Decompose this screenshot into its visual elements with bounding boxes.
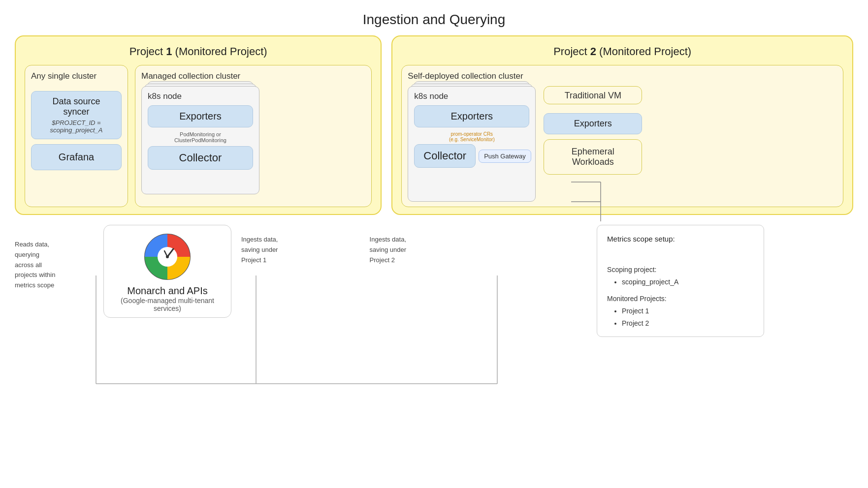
sd-k8s-title: k8s node <box>414 92 529 101</box>
project-2-box: Project 2 (Monitored Project) Self-deplo… <box>391 35 853 215</box>
managed-cluster-box: Managed collection cluster k8s node Expo… <box>135 65 372 207</box>
bottom-section: Reads data,queryingacross allprojects wi… <box>15 225 853 337</box>
managed-exporters-box: Exporters <box>148 105 253 127</box>
self-deployed-k8s-area: k8s node Exporters prom-operator CRs(e.g… <box>408 86 536 202</box>
traditional-vm-title: Traditional VM <box>544 86 642 104</box>
self-deployed-cluster-box: Self-deployed collection cluster k8s nod… <box>401 65 843 207</box>
grafana-box: Grafana <box>31 144 122 170</box>
pod-monitoring-label: PodMonitoring orClusterPodMonitoring <box>148 131 253 143</box>
project-2-title: Project 2 (Monitored Project) <box>401 45 843 58</box>
scoping-project-label: Scoping project: <box>607 264 754 276</box>
monitored-projects-list: Project 1 Project 2 <box>607 305 754 330</box>
sd-collector-box: Collector <box>414 144 476 168</box>
sd-exporters-box: Exporters <box>414 105 529 127</box>
metrics-scope-title: Metrics scope setup: <box>607 232 754 245</box>
data-source-line2: syncer <box>63 107 89 117</box>
ephemeral-workloads-box: Ephemeral Workloads <box>544 139 642 175</box>
monitored-projects-label: Monitored Projects: <box>607 293 754 305</box>
sd-k8s-card: k8s node Exporters prom-operator CRs(e.g… <box>408 86 536 202</box>
ingests-data-2-label: Ingests data,saving underProject 2 <box>370 225 439 265</box>
data-source-line1: Data source <box>52 96 100 107</box>
managed-k8s-title: k8s node <box>148 92 253 101</box>
project-1-title: Project 1 (Monitored Project) <box>25 45 372 58</box>
ingests-data-1-label: Ingests data,saving underProject 1 <box>241 225 310 265</box>
prom-operator-label: prom-operator CRs(e.g. ServiceMonitor) <box>414 131 529 142</box>
managed-k8s-stack: k8s node Exporters PodMonitoring orClust… <box>141 86 259 194</box>
monarch-subtitle: (Google-managed multi-tenant services) <box>114 297 221 312</box>
push-gateway-box: Push Gateway <box>479 150 531 163</box>
metrics-scope-box: Metrics scope setup: Scoping project: sc… <box>597 225 764 337</box>
svg-point-4 <box>166 255 169 258</box>
monarch-title: Monarch and APIs <box>127 285 207 297</box>
traditional-vm-column: Traditional VM Exporters Ephemeral Workl… <box>544 86 642 202</box>
single-cluster-box: Any single cluster Data source syncer $P… <box>25 65 128 207</box>
collector-pushgw-row: Collector Push Gateway <box>414 144 529 168</box>
reads-data-label: Reads data,queryingacross allprojects wi… <box>15 225 98 291</box>
traditional-exporters-box: Exporters <box>544 113 642 134</box>
monarch-icon <box>143 232 192 281</box>
scoping-project-list: scoping_project_A <box>607 276 754 288</box>
data-source-box: Data source syncer $PROJECT_ID =scoping_… <box>31 91 122 139</box>
managed-cluster-title: Managed collection cluster <box>141 71 365 81</box>
self-deployed-cluster-title: Self-deployed collection cluster <box>408 71 837 81</box>
project-1-box: Project 1 (Monitored Project) Any single… <box>15 35 382 215</box>
managed-k8s-card: k8s node Exporters PodMonitoring orClust… <box>141 86 259 194</box>
managed-collector-box: Collector <box>148 146 253 170</box>
monarch-box: Monarch and APIs (Google-managed multi-t… <box>103 225 231 318</box>
single-cluster-title: Any single cluster <box>31 71 122 81</box>
data-source-italic: $PROJECT_ID =scoping_project_A <box>50 119 103 134</box>
page-title: Ingestion and Querying <box>15 0 853 35</box>
managed-k8s-area: k8s node Exporters PodMonitoring orClust… <box>141 86 365 194</box>
